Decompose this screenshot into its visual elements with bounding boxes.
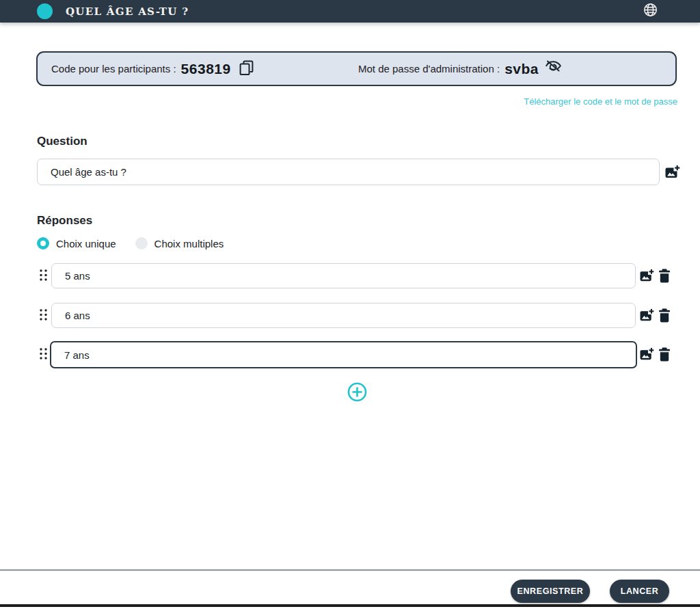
answer-input[interactable] [51,303,636,328]
drag-handle[interactable] [39,348,49,362]
answer-row [0,341,700,368]
question-add-image-button[interactable] [665,165,681,182]
radio-unselected-icon[interactable] [135,237,148,249]
drag-handle-icon [39,269,48,284]
globe-icon [643,3,658,19]
answer-input[interactable] [51,263,636,288]
choice-mode-single[interactable]: Choix unique [37,237,116,249]
admin-password-label: Mot de passe d'administration : [358,63,500,75]
drag-handle-icon [39,308,48,323]
participant-code-group: Code pour les participants : 563819 [51,60,254,78]
answer-row [0,302,700,329]
trash-icon [658,308,671,325]
add-image-icon [640,269,655,285]
choice-mode-multiple[interactable]: Choix multiples [135,237,224,249]
toggle-password-button[interactable] [546,60,561,77]
admin-password-value: svba [504,61,539,77]
answer-input-focused[interactable] [50,341,637,368]
footer-bar: ENREGISTRER LANCER [0,569,700,604]
plus-circle-icon [347,394,368,405]
answer-add-image-button[interactable] [640,347,655,364]
event-status-dot [37,3,53,19]
answer-row [0,262,700,290]
answer-add-image-button[interactable] [640,308,655,325]
add-image-icon [640,347,655,364]
launch-button[interactable]: LANCER [610,580,669,603]
delete-answer-button[interactable] [658,308,671,325]
language-button[interactable] [643,3,658,18]
drag-handle-icon [39,347,48,362]
eye-off-icon [546,60,561,77]
trash-icon [658,269,671,285]
radio-selected-icon[interactable] [37,237,49,249]
choice-mode-group: Choix unique Choix multiples [37,236,224,251]
delete-answer-button[interactable] [658,269,671,285]
add-image-icon [665,165,681,182]
delete-answer-button[interactable] [658,347,671,364]
drag-handle[interactable] [39,309,49,323]
admin-password-group: Mot de passe d'administration : svba [358,60,561,77]
question-input[interactable] [37,159,660,185]
page-title: QUEL ÂGE AS-TU ? [66,5,189,18]
choice-mode-multiple-label: Choix multiples [154,238,224,249]
add-image-icon [640,308,655,325]
save-button[interactable]: ENREGISTRER [511,580,590,603]
question-heading: Question [37,135,88,148]
download-code-link[interactable]: Télécharger le code et le mot de passe [524,96,677,107]
access-codes-panel: Code pour les participants : 563819 Mot … [36,51,677,86]
participant-code-label: Code pour les participants : [51,63,176,75]
choice-mode-single-label: Choix unique [56,238,116,249]
participant-code-value: 563819 [181,61,231,77]
trash-icon [658,347,671,364]
answers-heading: Réponses [37,214,92,228]
add-answer-button[interactable] [347,381,368,403]
drag-handle[interactable] [39,269,49,283]
answer-add-image-button[interactable] [640,269,655,285]
copy-icon [239,60,254,78]
copy-code-button[interactable] [239,60,254,78]
window-bottom-edge [0,604,700,607]
header-bar: QUEL ÂGE AS-TU ? [0,0,700,23]
